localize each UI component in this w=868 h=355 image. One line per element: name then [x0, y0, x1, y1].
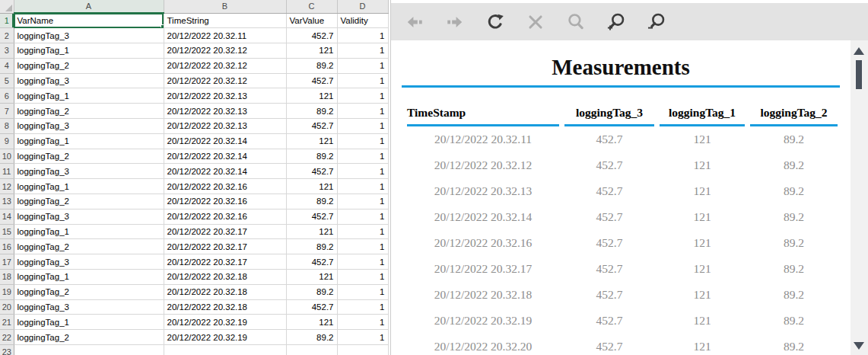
- row-number[interactable]: 5: [0, 73, 14, 88]
- sheet-cell[interactable]: 20/12/2022 20.32.11: [164, 28, 286, 43]
- sheet-cell[interactable]: 1: [337, 194, 388, 209]
- sheet-cell[interactable]: VarName: [14, 13, 164, 28]
- sheet-cell[interactable]: 20/12/2022 20.32.17: [164, 224, 286, 239]
- sheet-cell[interactable]: loggingTag_3: [14, 209, 164, 224]
- sheet-cell[interactable]: loggingTag_1: [14, 133, 164, 149]
- sheet-cell[interactable]: 20/12/2022 20.32.14: [164, 164, 286, 179]
- sheet-cell[interactable]: loggingTag_3: [14, 119, 164, 134]
- sheet-cell[interactable]: 89.2: [286, 284, 337, 299]
- vertical-scrollbar[interactable]: [851, 40, 868, 355]
- sheet-cell[interactable]: loggingTag_2: [14, 239, 164, 254]
- sheet-cell[interactable]: Validity: [337, 13, 388, 28]
- sheet-cell[interactable]: 121: [286, 43, 337, 59]
- sheet-cell[interactable]: 121: [286, 179, 337, 194]
- row-number[interactable]: 12: [0, 179, 14, 194]
- column-header-A[interactable]: A: [14, 0, 164, 13]
- sheet-cell[interactable]: 1: [337, 239, 388, 254]
- sheet-cell[interactable]: 20/12/2022 20.32.19: [164, 330, 286, 345]
- sheet-cell[interactable]: 20/12/2022 20.32.18: [164, 270, 286, 285]
- sheet-cell[interactable]: [164, 345, 286, 355]
- row-number[interactable]: 15: [0, 224, 14, 239]
- sheet-cell[interactable]: 1: [337, 73, 388, 88]
- sheet-cell[interactable]: 89.2: [286, 58, 337, 73]
- row-number[interactable]: 9: [0, 133, 14, 149]
- sheet-cell[interactable]: loggingTag_2: [14, 284, 164, 299]
- scrollbar-thumb[interactable]: [856, 60, 862, 89]
- refresh-icon[interactable]: [485, 12, 505, 32]
- sheet-cell[interactable]: 1: [337, 270, 388, 285]
- sheet-cell[interactable]: 1: [337, 58, 388, 73]
- sheet-cell[interactable]: [337, 345, 388, 355]
- sheet-cell[interactable]: loggingTag_2: [14, 58, 164, 73]
- scroll-up-arrow-icon[interactable]: [854, 47, 864, 55]
- sheet-cell[interactable]: 121: [286, 133, 337, 149]
- sheet-cell[interactable]: 121: [286, 224, 337, 239]
- sheet-cell[interactable]: 452.7: [286, 254, 337, 270]
- forward-icon[interactable]: [445, 12, 465, 32]
- sheet-cell[interactable]: 20/12/2022 20.32.19: [164, 315, 286, 330]
- sheet-cell[interactable]: [286, 345, 337, 355]
- sheet-cell[interactable]: 1: [337, 179, 388, 194]
- back-icon[interactable]: [405, 12, 424, 32]
- column-header-D[interactable]: D: [337, 0, 388, 13]
- sheet-cell[interactable]: 20/12/2022 20.32.14: [164, 149, 286, 164]
- sheet-cell[interactable]: 452.7: [286, 299, 337, 315]
- sheet-cell[interactable]: 1: [337, 149, 388, 164]
- sheet-cell[interactable]: 1: [337, 209, 388, 224]
- sheet-cell[interactable]: loggingTag_2: [14, 104, 164, 119]
- row-number[interactable]: 19: [0, 284, 14, 299]
- sheet-cell[interactable]: VarValue: [286, 13, 337, 28]
- sheet-cell[interactable]: 121: [286, 270, 337, 285]
- sheet-cell[interactable]: 452.7: [286, 164, 337, 179]
- sheet-cell[interactable]: 1: [337, 88, 388, 104]
- sheet-cell[interactable]: 20/12/2022 20.32.16: [164, 209, 286, 224]
- row-number[interactable]: 3: [0, 43, 14, 59]
- sheet-cell[interactable]: 1: [337, 133, 388, 149]
- row-number[interactable]: 14: [0, 209, 14, 224]
- sheet-cell[interactable]: 121: [286, 315, 337, 330]
- sheet-cell[interactable]: 89.2: [286, 149, 337, 164]
- sheet-cell[interactable]: loggingTag_2: [14, 194, 164, 209]
- sheet-cell[interactable]: 20/12/2022 20.32.18: [164, 299, 286, 315]
- row-number[interactable]: 10: [0, 149, 14, 164]
- sheet-cell[interactable]: TimeString: [164, 13, 286, 28]
- sheet-cell[interactable]: 20/12/2022 20.32.17: [164, 239, 286, 254]
- sheet-cell[interactable]: loggingTag_2: [14, 149, 164, 164]
- sheet-cell[interactable]: loggingTag_1: [14, 88, 164, 104]
- sheet-cell[interactable]: 1: [337, 43, 388, 59]
- sheet-cell[interactable]: 121: [286, 88, 337, 104]
- sheet-cell[interactable]: 20/12/2022 20.32.17: [164, 254, 286, 270]
- sheet-cell[interactable]: loggingTag_1: [14, 179, 164, 194]
- row-number[interactable]: 23: [0, 345, 14, 355]
- sheet-cell[interactable]: 452.7: [286, 119, 337, 134]
- row-number[interactable]: 22: [0, 330, 14, 345]
- row-number[interactable]: 6: [0, 88, 14, 104]
- sheet-cell[interactable]: 20/12/2022 20.32.12: [164, 73, 286, 88]
- sheet-cell[interactable]: 20/12/2022 20.32.18: [164, 284, 286, 299]
- sheet-cell[interactable]: [14, 345, 164, 355]
- sheet-cell[interactable]: 20/12/2022 20.32.13: [164, 104, 286, 119]
- row-number[interactable]: 18: [0, 270, 14, 285]
- sheet-cell[interactable]: 452.7: [286, 73, 337, 88]
- sheet-cell[interactable]: 1: [337, 28, 388, 43]
- row-number[interactable]: 21: [0, 315, 14, 330]
- sheet-cell[interactable]: 452.7: [286, 209, 337, 224]
- row-number[interactable]: 16: [0, 239, 14, 254]
- sheet-cell[interactable]: loggingTag_1: [14, 270, 164, 285]
- sheet-cell[interactable]: loggingTag_3: [14, 73, 164, 88]
- row-number[interactable]: 20: [0, 299, 14, 315]
- sheet-cell[interactable]: 20/12/2022 20.32.13: [164, 88, 286, 104]
- sheet-cell[interactable]: loggingTag_1: [14, 315, 164, 330]
- search-icon[interactable]: [566, 12, 586, 32]
- row-number[interactable]: 7: [0, 104, 14, 119]
- sheet-cell[interactable]: 89.2: [286, 194, 337, 209]
- sheet-cell[interactable]: 1: [337, 104, 388, 119]
- row-number[interactable]: 11: [0, 164, 14, 179]
- sheet-cell[interactable]: 1: [337, 119, 388, 134]
- sheet-cell[interactable]: loggingTag_3: [14, 164, 164, 179]
- row-number[interactable]: 17: [0, 254, 14, 270]
- sheet-cell[interactable]: 20/12/2022 20.32.13: [164, 119, 286, 134]
- sheet-cell[interactable]: 20/12/2022 20.32.12: [164, 43, 286, 59]
- sheet-cell[interactable]: 1: [337, 224, 388, 239]
- sheet-cell[interactable]: 89.2: [286, 104, 337, 119]
